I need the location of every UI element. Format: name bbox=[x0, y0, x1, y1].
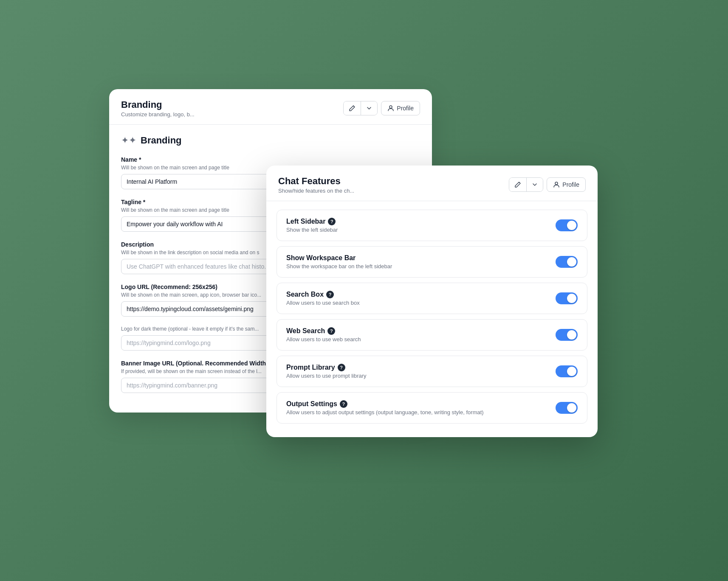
branding-header-left: Branding Customize branding, logo, b... bbox=[121, 99, 195, 118]
feature-left-show-workspace-bar: Show Workspace Bar Show the workspace ba… bbox=[286, 254, 392, 269]
chat-header-right: Profile bbox=[509, 177, 586, 192]
chat-profile-button[interactable]: Profile bbox=[547, 177, 586, 192]
edit-icon bbox=[349, 105, 356, 112]
toggle-slider-web-search bbox=[556, 329, 578, 341]
branding-card-header: Branding Customize branding, logo, b... bbox=[109, 89, 432, 125]
feature-title-left-sidebar: Left Sidebar ? bbox=[286, 218, 338, 225]
toggle-output-settings[interactable] bbox=[556, 402, 578, 414]
feature-title-search-box: Search Box ? bbox=[286, 291, 360, 298]
chat-features-card: Chat Features Show/hide features on the … bbox=[266, 166, 598, 437]
feature-left-prompt-library: Prompt Library ? Allow users to use prom… bbox=[286, 364, 367, 379]
branding-subtitle: Customize branding, logo, b... bbox=[121, 111, 195, 118]
feature-description-search-box: Allow users to use search box bbox=[286, 300, 360, 306]
branding-edit-button[interactable] bbox=[344, 101, 361, 115]
sparkle-icon: ✦✦ bbox=[121, 135, 136, 146]
help-icon-search-box[interactable]: ? bbox=[326, 291, 334, 298]
help-icon-prompt-library[interactable]: ? bbox=[338, 364, 345, 371]
feature-row-show-workspace-bar: Show Workspace Bar Show the workspace ba… bbox=[277, 246, 587, 278]
chat-btn-group bbox=[509, 177, 543, 192]
chat-profile-label: Profile bbox=[562, 181, 579, 188]
toggle-slider-output-settings bbox=[556, 402, 578, 414]
toggle-search-box[interactable] bbox=[556, 292, 578, 304]
feature-title-output-settings: Output Settings ? bbox=[286, 400, 484, 408]
feature-row-search-box: Search Box ? Allow users to use search b… bbox=[277, 283, 587, 314]
branding-profile-button[interactable]: Profile bbox=[381, 101, 420, 115]
feature-description-output-settings: Allow users to adjust output settings (o… bbox=[286, 409, 484, 415]
feature-row-web-search: Web Search ? Allow users to use web sear… bbox=[277, 319, 587, 351]
help-icon-left-sidebar[interactable]: ? bbox=[328, 218, 336, 225]
toggle-slider-prompt-library bbox=[556, 365, 578, 377]
person-icon bbox=[553, 181, 560, 188]
help-icon-output-settings[interactable]: ? bbox=[340, 400, 347, 408]
svg-point-0 bbox=[389, 106, 392, 108]
feature-left-search-box: Search Box ? Allow users to use search b… bbox=[286, 291, 360, 306]
branding-section-title-row: ✦✦ Branding bbox=[121, 135, 420, 146]
toggle-slider-left-sidebar bbox=[556, 219, 578, 231]
help-icon-web-search[interactable]: ? bbox=[327, 327, 335, 335]
feature-description-left-sidebar: Show the left sidebar bbox=[286, 227, 338, 233]
branding-section-title: Branding bbox=[141, 135, 182, 146]
branding-title: Branding bbox=[121, 99, 195, 110]
feature-row-left-sidebar: Left Sidebar ? Show the left sidebar bbox=[277, 210, 587, 241]
feature-title-show-workspace-bar: Show Workspace Bar bbox=[286, 254, 392, 262]
branding-btn-group bbox=[343, 101, 378, 115]
chat-title: Chat Features bbox=[278, 176, 354, 187]
branding-header-right: Profile bbox=[343, 101, 420, 115]
branding-profile-label: Profile bbox=[397, 105, 414, 112]
chat-header-left: Chat Features Show/hide features on the … bbox=[278, 176, 354, 194]
toggle-show-workspace-bar[interactable] bbox=[556, 256, 578, 268]
chat-chevron-button[interactable] bbox=[527, 178, 543, 191]
feature-description-show-workspace-bar: Show the workspace bar on the left sideb… bbox=[286, 263, 392, 269]
svg-point-1 bbox=[555, 182, 558, 185]
feature-title-prompt-library: Prompt Library ? bbox=[286, 364, 367, 371]
chevron-down-icon bbox=[532, 182, 538, 188]
chevron-down-icon bbox=[366, 105, 372, 111]
feature-row-prompt-library: Prompt Library ? Allow users to use prom… bbox=[277, 356, 587, 387]
toggle-prompt-library[interactable] bbox=[556, 365, 578, 377]
toggle-slider-search-box bbox=[556, 292, 578, 304]
feature-title-web-search: Web Search ? bbox=[286, 327, 361, 335]
chat-edit-button[interactable] bbox=[509, 178, 527, 191]
feature-left-web-search: Web Search ? Allow users to use web sear… bbox=[286, 327, 361, 342]
person-icon bbox=[387, 105, 394, 112]
chat-subtitle: Show/hide features on the ch... bbox=[278, 188, 354, 194]
edit-icon bbox=[514, 181, 521, 188]
feature-description-prompt-library: Allow users to use prompt library bbox=[286, 373, 367, 379]
name-label: Name * bbox=[121, 156, 420, 163]
feature-description-web-search: Allow users to use web search bbox=[286, 336, 361, 342]
toggle-slider-show-workspace-bar bbox=[556, 256, 578, 268]
toggle-web-search[interactable] bbox=[556, 329, 578, 341]
branding-chevron-button[interactable] bbox=[361, 101, 377, 115]
feature-left-output-settings: Output Settings ? Allow users to adjust … bbox=[286, 400, 484, 415]
feature-row-output-settings: Output Settings ? Allow users to adjust … bbox=[277, 392, 587, 424]
chat-features-body: Left Sidebar ? Show the left sidebar Sho… bbox=[266, 201, 598, 437]
feature-left-left-sidebar: Left Sidebar ? Show the left sidebar bbox=[286, 218, 338, 233]
toggle-left-sidebar[interactable] bbox=[556, 219, 578, 231]
chat-card-header: Chat Features Show/hide features on the … bbox=[266, 166, 598, 201]
